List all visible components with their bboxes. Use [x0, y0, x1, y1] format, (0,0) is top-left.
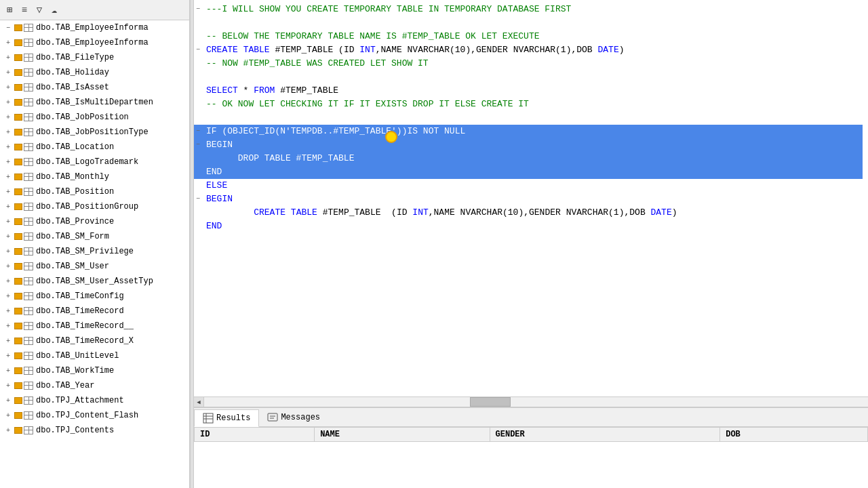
tree-expand-icon[interactable]: + [3, 246, 14, 257]
sidebar-item[interactable]: +dbo.TAB_TimeRecord [0, 304, 189, 319]
fold-indicator[interactable]: − [194, 192, 202, 206]
tree-expand-icon[interactable]: + [3, 425, 14, 436]
tree-expand-icon[interactable]: + [3, 201, 14, 212]
tree-expand-icon[interactable]: + [3, 395, 14, 406]
sidebar-tree: −dbo.TAB_EmployeeInforma+dbo.TAB_Employe… [0, 20, 189, 438]
sidebar-item[interactable]: +dbo.TAB_IsAsset [0, 80, 189, 95]
toolbar-icon-3[interactable]: ▽ [33, 3, 46, 17]
results-table[interactable]: IDNAMEGENDERDOB [194, 427, 868, 488]
sidebar-item[interactable]: +dbo.TAB_SM_Privilege [0, 244, 189, 259]
code-line[interactable]: −---I WILL SHOW YOU CREATE TEMPORARY TAB… [194, 3, 863, 16]
sidebar-item[interactable]: +dbo.TAB_Position [0, 184, 189, 199]
sidebar-item[interactable]: +dbo.TAB_EmployeeInforma [0, 35, 189, 50]
tab-results[interactable]: Results [194, 409, 259, 427]
tree-expand-icon[interactable]: + [3, 216, 14, 227]
sidebar-item[interactable]: +dbo.TAB_Year [0, 378, 189, 393]
tree-expand-icon[interactable]: + [3, 380, 14, 391]
sidebar-item[interactable]: +dbo.TAB_SM_Form [0, 229, 189, 244]
sidebar-item[interactable]: +dbo.TAB_JobPositionType [0, 125, 189, 140]
tree-expand-icon[interactable]: − [3, 22, 14, 33]
tab-messages[interactable]: Messages [259, 409, 328, 426]
sidebar-item[interactable]: +dbo.TAB_PositionGroup [0, 199, 189, 214]
code-line[interactable] [194, 111, 863, 125]
code-line[interactable]: −BEGIN [194, 192, 863, 206]
sidebar-item[interactable]: −dbo.TAB_EmployeeInforma [0, 20, 189, 35]
horizontal-scrollbar[interactable]: ◀ [194, 396, 868, 407]
sidebar-item[interactable]: +dbo.TAB_SM_User_AssetTyp [0, 274, 189, 289]
sidebar-item[interactable]: +dbo.TAB_IsMultiDepartmen [0, 95, 189, 110]
sidebar-item[interactable]: +dbo.TPJ_Contents [0, 423, 189, 438]
fold-indicator[interactable]: − [194, 3, 202, 16]
sidebar-item[interactable]: +dbo.TAB_TimeRecord__ [0, 319, 189, 333]
sidebar-item[interactable]: +dbo.TAB_UnitLevel [0, 348, 189, 363]
tree-expand-icon[interactable]: + [3, 67, 14, 78]
sidebar-item[interactable]: +dbo.TPJ_Content_Flash [0, 408, 189, 423]
sidebar[interactable]: ⊞ ≡ ▽ ☁ −dbo.TAB_EmployeeInforma+dbo.TAB… [0, 0, 190, 488]
code-line[interactable] [194, 16, 863, 30]
code-line[interactable]: -- NOW #TEMP_TABLE WAS CREATED LET SHOW … [194, 57, 863, 70]
code-line[interactable]: END [194, 165, 863, 179]
sidebar-item[interactable]: +dbo.TAB_LogoTrademark [0, 155, 189, 169]
code-line[interactable]: DROP TABLE #TEMP_TABLE [194, 152, 863, 165]
tree-expand-icon[interactable]: + [3, 261, 14, 272]
scroll-thumb[interactable] [470, 397, 511, 407]
fold-indicator[interactable]: − [194, 138, 202, 152]
code-line[interactable]: ELSE [194, 179, 863, 192]
sidebar-item[interactable]: +dbo.TPJ_Attachment [0, 393, 189, 408]
code-line[interactable]: CREATE TABLE #TEMP_TABLE (ID INT,NAME NV… [194, 206, 863, 220]
sidebar-item[interactable]: +dbo.TAB_Province [0, 214, 189, 229]
toolbar-icon-1[interactable]: ⊞ [3, 3, 16, 17]
tree-expand-icon[interactable]: + [3, 171, 14, 182]
sidebar-item[interactable]: +dbo.TAB_JobPosition [0, 110, 189, 125]
tree-item-label: dbo.TPJ_Content_Flash [36, 411, 138, 420]
tree-expand-icon[interactable]: + [3, 291, 14, 302]
tree-expand-icon[interactable]: + [3, 142, 14, 152]
code-line[interactable]: -- OK NOW LET CHECKING IT IF IT EXISTS D… [194, 98, 863, 111]
scroll-track[interactable] [204, 397, 868, 407]
code-line[interactable]: −BEGIN [194, 138, 863, 152]
tree-item-label: dbo.TAB_SM_User [36, 262, 109, 271]
bottom-panel: Results Messages IDNAMEGENDERDOB [194, 407, 868, 488]
tree-expand-icon[interactable]: + [3, 365, 14, 376]
sidebar-item[interactable]: +dbo.TAB_Holiday [0, 65, 189, 80]
folder-icon [14, 292, 33, 300]
tree-expand-icon[interactable]: + [3, 410, 14, 421]
folder-icon [14, 277, 33, 285]
toolbar-icon-2[interactable]: ≡ [18, 3, 31, 17]
tree-expand-icon[interactable]: + [3, 97, 14, 108]
code-line[interactable] [194, 70, 863, 84]
sidebar-item[interactable]: +dbo.TAB_WorkTime [0, 363, 189, 378]
code-editor[interactable]: −---I WILL SHOW YOU CREATE TEMPORARY TAB… [194, 0, 868, 396]
sidebar-item[interactable]: +dbo.TAB_TimeRecord_X [0, 333, 189, 348]
tree-expand-icon[interactable]: + [3, 127, 14, 138]
tree-expand-icon[interactable]: + [3, 112, 14, 123]
fold-indicator[interactable]: − [194, 43, 202, 57]
sidebar-item[interactable]: +dbo.TAB_TimeConfig [0, 289, 189, 304]
tree-expand-icon[interactable]: + [3, 321, 14, 331]
scroll-left-arrow[interactable]: ◀ [194, 397, 204, 407]
tree-expand-icon[interactable]: + [3, 231, 14, 242]
code-line[interactable]: SELECT * FROM #TEMP_TABLE [194, 84, 863, 98]
code-line[interactable]: END [194, 220, 863, 233]
fold-indicator[interactable]: − [194, 125, 202, 138]
code-line[interactable]: −CREATE TABLE #TEMP_TABLE (ID INT,NAME N… [194, 43, 863, 57]
code-line[interactable]: -- BELOW THE TEMPORARY TABLE NAME IS #TE… [194, 30, 863, 43]
tree-expand-icon[interactable]: + [3, 350, 14, 361]
sidebar-item[interactable]: +dbo.TAB_SM_User [0, 259, 189, 274]
sidebar-item[interactable]: +dbo.TAB_Location [0, 140, 189, 155]
tree-expand-icon[interactable]: + [3, 82, 14, 93]
tree-item-label: dbo.TAB_Monthly [36, 172, 109, 182]
tree-expand-icon[interactable]: + [3, 276, 14, 287]
tree-expand-icon[interactable]: + [3, 37, 14, 48]
code-line[interactable]: −IF (OBJECT_ID(N'TEMPDB..#TEMP_TABLE'))I… [194, 125, 863, 138]
folder-icon [14, 173, 33, 181]
tree-expand-icon[interactable]: + [3, 52, 14, 63]
sidebar-item[interactable]: +dbo.TAB_FileType [0, 50, 189, 65]
folder-icon [14, 128, 33, 136]
tree-expand-icon[interactable]: + [3, 306, 14, 317]
tree-expand-icon[interactable]: + [3, 336, 14, 346]
tree-expand-icon[interactable]: + [3, 186, 14, 197]
toolbar-icon-4[interactable]: ☁ [47, 3, 61, 17]
sidebar-item[interactable]: +dbo.TAB_Monthly [0, 169, 189, 184]
tree-expand-icon[interactable]: + [3, 157, 14, 167]
